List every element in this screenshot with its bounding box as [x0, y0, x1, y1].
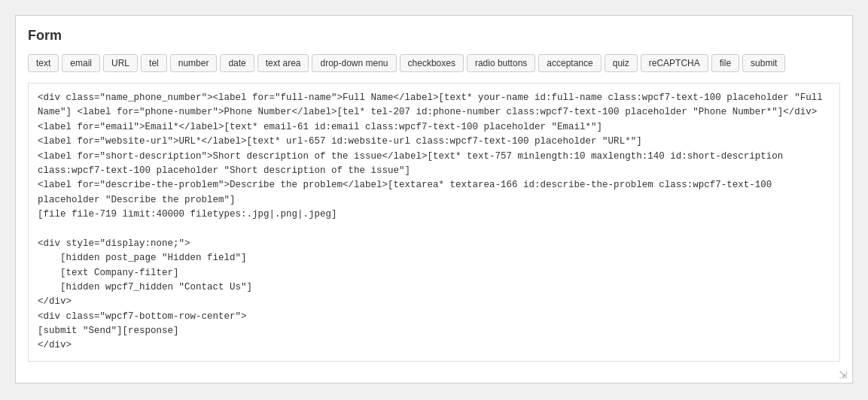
toolbar-btn-text-area[interactable]: text area: [257, 54, 309, 72]
form-code-editor[interactable]: <div class="name_phone_number"><label fo…: [28, 83, 840, 362]
toolbar-btn-date[interactable]: date: [220, 54, 254, 72]
toolbar-btn-quiz[interactable]: quiz: [605, 54, 638, 72]
toolbar-btn-url[interactable]: URL: [103, 54, 138, 72]
toolbar-btn-radio-buttons[interactable]: radio buttons: [467, 54, 535, 72]
form-editor-panel: Form textemailURLtelnumberdatetext aread…: [15, 15, 853, 383]
toolbar-btn-submit[interactable]: submit: [742, 54, 785, 72]
toolbar-btn-file[interactable]: file: [711, 54, 739, 72]
toolbar-btn-checkboxes[interactable]: checkboxes: [400, 54, 464, 72]
form-toolbar: textemailURLtelnumberdatetext areadrop-d…: [28, 54, 840, 72]
toolbar-btn-acceptance[interactable]: acceptance: [538, 54, 601, 72]
toolbar-btn-drop-down-menu[interactable]: drop-down menu: [312, 54, 396, 72]
toolbar-btn-tel[interactable]: tel: [141, 54, 167, 72]
toolbar-btn-text[interactable]: text: [28, 54, 59, 72]
resize-handle[interactable]: ⇲: [839, 369, 849, 380]
toolbar-btn-number[interactable]: number: [170, 54, 218, 72]
toolbar-btn-recaptcha[interactable]: reCAPTCHA: [641, 54, 708, 72]
toolbar-btn-email[interactable]: email: [62, 54, 100, 72]
form-title: Form: [28, 28, 840, 44]
